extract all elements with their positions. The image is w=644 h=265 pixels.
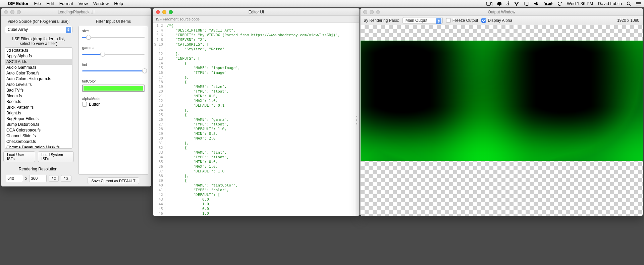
close-icon[interactable] — [363, 10, 367, 14]
zoom-icon[interactable] — [169, 10, 173, 14]
filter-list-item[interactable]: Auto Colors Histogram.fs — [5, 76, 72, 82]
param-size-label: size — [82, 29, 145, 33]
render-area — [361, 41, 643, 161]
res-x: x — [25, 176, 27, 181]
menu-file[interactable]: File — [34, 1, 41, 6]
param-gamma-slider[interactable] — [82, 51, 145, 58]
svg-point-8 — [627, 2, 630, 5]
rendering-pass-select[interactable]: Main Output — [402, 17, 443, 24]
output-view — [361, 25, 643, 216]
window-title: Editor UI — [153, 10, 359, 14]
filter-list-item[interactable]: Checkerboard.fs — [5, 139, 72, 145]
filter-list-item[interactable]: Bump Distortion.fs — [5, 122, 72, 127]
filter-list-item[interactable]: Audio Gamma.fs — [5, 65, 72, 70]
volume-icon[interactable] — [534, 2, 539, 6]
filter-list-item[interactable]: 3d Rotate.fs — [5, 48, 72, 53]
window-title: Loading/Playback UI — [1, 10, 151, 14]
d-icon[interactable]: d — [506, 1, 509, 7]
menu-view[interactable]: View — [78, 1, 88, 6]
titlebar[interactable]: Editor UI — [153, 8, 359, 16]
output-dimensions: 1920 x 1080 — [617, 18, 639, 23]
close-icon[interactable] — [4, 10, 8, 14]
res-double-button[interactable]: * 2 — [61, 175, 71, 182]
sync-icon[interactable] — [557, 1, 562, 6]
user-name[interactable]: David Lublin — [598, 1, 622, 6]
load-user-isfs-button[interactable]: Load User ISFs — [3, 151, 35, 162]
filter-list-item[interactable]: Apply Alpha.fs — [5, 53, 72, 59]
zoom-icon[interactable] — [17, 10, 21, 14]
line-number-gutter: 1 2 3 4 5 6 7 8 9 10 11 12 13 14 15 16 1… — [153, 23, 165, 216]
loading-playback-window: Loading/Playback UI Video Source (for FX… — [1, 8, 151, 187]
display-alpha-checkbox[interactable] — [481, 18, 486, 23]
filter-list-item[interactable]: Bad TV.fs — [5, 88, 72, 93]
source-code-label: ISF Fragment source code — [153, 16, 359, 23]
freeze-output-label: Freeze Output — [452, 18, 478, 23]
load-system-isfs-button[interactable]: Load System ISFs — [38, 151, 74, 162]
filter-ui-items-label: Filter Input UI Items — [78, 19, 148, 24]
param-tintcolor-well[interactable] — [82, 85, 145, 92]
wifi-icon[interactable] — [514, 2, 519, 6]
menu-edit[interactable]: Edit — [46, 1, 54, 6]
editor-window: Editor UI ISF Fragment source code 1 2 3… — [153, 8, 360, 216]
minimize-icon[interactable] — [10, 10, 14, 14]
titlebar[interactable]: Output Window — [361, 8, 643, 16]
display-icon[interactable] — [524, 2, 529, 6]
filter-list-item[interactable]: Bloom.fs — [5, 93, 72, 99]
zoom-icon[interactable] — [376, 10, 380, 14]
filter-list-item[interactable]: Auto Levels.fs — [5, 82, 72, 88]
video-source-label: Video Source (for FX/general use): — [3, 19, 74, 24]
rendering-pass-label: ay Rendering Pass: — [364, 18, 399, 23]
menu-help[interactable]: Help — [114, 1, 123, 6]
filters-caption-1: IISF Filters (drop folder to list, — [3, 37, 74, 41]
output-window: Output Window ay Rendering Pass: Main Ou… — [360, 8, 643, 216]
res-height-input[interactable] — [29, 175, 47, 182]
resize-grip[interactable] — [356, 116, 358, 124]
minimize-icon[interactable] — [162, 10, 166, 14]
color-swatch — [84, 86, 143, 91]
filter-list-item[interactable]: Auto Color Tone.fs — [5, 70, 72, 76]
svg-rect-3 — [524, 2, 529, 5]
updown-icon — [436, 18, 441, 24]
menu-extra-icon[interactable] — [636, 2, 641, 6]
app-name[interactable]: ISF Editor — [8, 1, 29, 6]
menu-window[interactable]: Window — [93, 1, 109, 6]
param-panel: size gamma tint — [78, 26, 148, 175]
save-default-button[interactable]: Save Current as DEFAULT — [88, 177, 139, 184]
facetime-icon[interactable] — [486, 2, 492, 6]
res-width-input[interactable] — [6, 175, 23, 182]
spotlight-icon[interactable] — [627, 1, 631, 6]
filter-list-item[interactable]: Channel Slide.fs — [5, 133, 72, 139]
menu-format[interactable]: Format — [59, 1, 73, 6]
video-source-select[interactable]: Cube Array — [5, 26, 72, 33]
rendering-pass-value: Main Output — [406, 18, 427, 23]
param-gamma-label: gamma — [82, 46, 145, 50]
filter-list-item[interactable]: Bright.fs — [5, 110, 72, 116]
svg-marker-1 — [497, 2, 501, 6]
window-title: Output Window — [361, 10, 643, 14]
output-toolbar: ay Rendering Pass: Main Output Freeze Ou… — [361, 16, 643, 25]
param-size-slider[interactable] — [82, 34, 145, 41]
titlebar[interactable]: Loading/Playback UI — [1, 8, 151, 16]
filter-list-item[interactable]: BugReportFilter.fs — [5, 116, 72, 122]
ascii-preview — [361, 41, 643, 161]
param-tint-label: tint — [82, 62, 145, 66]
filter-list-item[interactable]: Boom.fs — [5, 99, 72, 105]
filter-list-item[interactable]: Brick Pattern.fs — [5, 105, 72, 110]
filter-list-item[interactable]: CGA Colorspace.fs — [5, 127, 72, 133]
minimize-icon[interactable] — [370, 10, 374, 14]
close-icon[interactable] — [156, 10, 160, 14]
filter-list[interactable]: 3d Rotate.fsApply Alpha.fsASCII Art.fsAu… — [5, 47, 72, 149]
battery-icon[interactable] — [544, 2, 553, 6]
freeze-output-checkbox[interactable] — [446, 18, 451, 23]
hexagon-icon[interactable] — [497, 1, 502, 6]
param-tintcolor-label: tintColor — [82, 79, 145, 83]
param-tint-slider[interactable] — [82, 68, 145, 74]
param-alphamode-checkbox[interactable] — [82, 102, 87, 107]
filter-list-item[interactable]: Chroma Desaturation Mask.fs — [5, 145, 72, 149]
clock[interactable]: Wed 1:36 PM — [567, 1, 593, 6]
res-half-button[interactable]: / 2 — [49, 175, 59, 182]
code-editor[interactable]: /*{ "DESCRIPTION": "ASCII Art", "CREDIT"… — [165, 23, 355, 216]
filter-list-item[interactable]: ASCII Art.fs — [5, 59, 72, 65]
svg-rect-6 — [552, 3, 552, 4]
filters-caption-2: select to view a filter) — [3, 41, 74, 46]
